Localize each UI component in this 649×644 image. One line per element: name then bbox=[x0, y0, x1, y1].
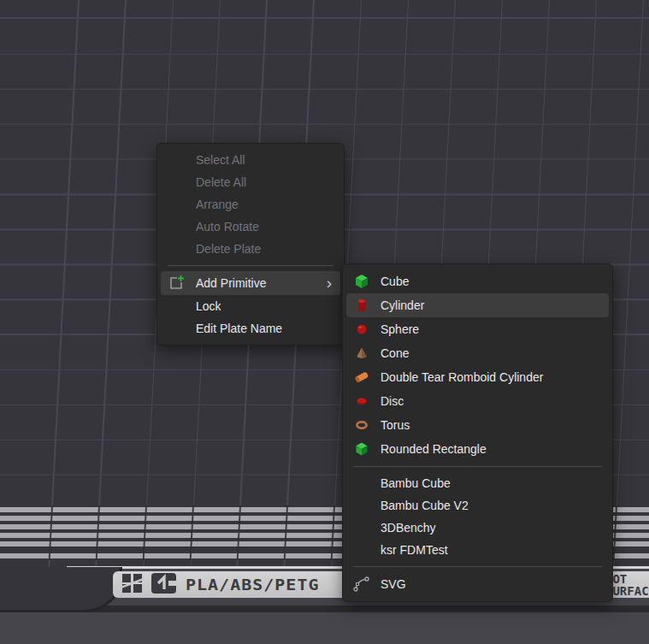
submenu-item-double-tear-romboid-cylinder[interactable]: Double Tear Romboid Cylinder bbox=[346, 365, 609, 389]
viewport-3d[interactable]: PLA/ABS/PETG HOT SURFACE Select All Dele… bbox=[0, 0, 649, 644]
menu-item-auto-rotate: Auto Rotate bbox=[161, 216, 340, 238]
rounded-rectangle-icon bbox=[352, 440, 371, 458]
sphere-icon bbox=[352, 320, 371, 339]
menu-separator bbox=[168, 265, 333, 266]
add-primitive-icon bbox=[167, 274, 186, 292]
submenu-item-cone[interactable]: Cone bbox=[346, 341, 609, 365]
submenu-separator bbox=[353, 466, 602, 467]
submenu-item-3dbenchy[interactable]: 3DBenchy bbox=[346, 517, 609, 539]
menu-item-delete-all: Delete All bbox=[161, 171, 340, 193]
menu-item-arrange: Arrange bbox=[161, 193, 340, 216]
menu-item-add-primitive[interactable]: Add Primitive › bbox=[161, 271, 340, 295]
chevron-right-icon: › bbox=[327, 275, 332, 291]
cylinder-icon bbox=[352, 296, 371, 315]
romboid-cylinder-icon bbox=[352, 368, 371, 387]
bambu-logo bbox=[121, 572, 144, 598]
submenu-item-rounded-rectangle[interactable]: Rounded Rectangle bbox=[346, 437, 609, 461]
submenu-item-cylinder[interactable]: Cylinder bbox=[346, 293, 609, 317]
plate-apron bbox=[0, 612, 649, 644]
plate-context-menu: Select All Delete All Arrange Auto Rotat… bbox=[156, 143, 345, 346]
menu-item-edit-plate-name[interactable]: Edit Plate Name bbox=[161, 317, 340, 340]
bezier-curve-icon bbox=[352, 575, 371, 594]
submenu-item-svg[interactable]: SVG bbox=[346, 572, 609, 596]
submenu-separator-2 bbox=[353, 566, 602, 567]
submenu-item-ksr-fdmtest[interactable]: ksr FDMTest bbox=[346, 539, 609, 561]
disc-icon bbox=[352, 392, 371, 411]
menu-item-select-all: Select All bbox=[161, 149, 340, 171]
menu-item-lock[interactable]: Lock bbox=[161, 295, 340, 317]
submenu-item-torus[interactable]: Torus bbox=[346, 413, 609, 437]
plate-corner-notch bbox=[0, 567, 122, 612]
menu-item-delete-plate: Delete Plate bbox=[161, 238, 340, 260]
plate-material-label: PLA/ABS/PETG bbox=[186, 575, 320, 594]
cube-icon bbox=[352, 272, 371, 291]
torus-icon bbox=[352, 416, 371, 434]
submenu-item-bambu-cube[interactable]: Bambu Cube bbox=[346, 472, 609, 494]
submenu-item-cube[interactable]: Cube bbox=[346, 269, 609, 293]
cone-icon bbox=[352, 344, 371, 363]
submenu-item-bambu-cube-v2[interactable]: Bambu Cube V2 bbox=[346, 494, 609, 517]
submenu-item-disc[interactable]: Disc bbox=[346, 389, 609, 413]
add-primitive-submenu: Cube Cylinder Sphere bbox=[342, 263, 613, 602]
submenu-item-sphere[interactable]: Sphere bbox=[346, 317, 609, 341]
a1-logo bbox=[150, 572, 177, 598]
